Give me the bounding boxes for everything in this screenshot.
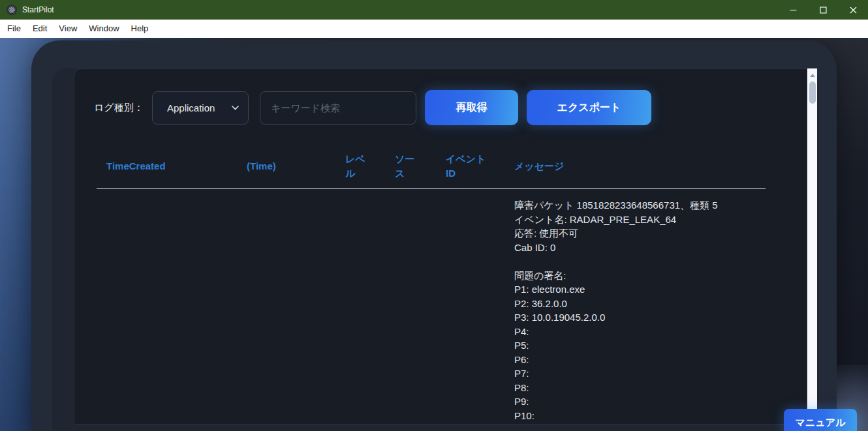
cell-time <box>237 198 339 423</box>
header-source: ソース <box>388 152 439 181</box>
minimize-icon[interactable] <box>778 0 808 20</box>
menu-file[interactable]: File <box>1 20 27 38</box>
menu-edit[interactable]: Edit <box>27 20 53 38</box>
menu-window[interactable]: Window <box>83 20 125 38</box>
header-message: メッセージ <box>511 159 766 173</box>
app-atom-icon <box>7 5 17 15</box>
menu-bar: File Edit View Window Help <box>0 20 868 38</box>
menu-help[interactable]: Help <box>125 20 155 38</box>
log-table: TimeCreated (Time) レベル ソース イベントID メッセージ … <box>97 147 766 423</box>
cell-message: 障害パケット 1851828233648566731、種類 5 イベント名: R… <box>511 198 766 423</box>
scrollbar-thumb[interactable] <box>809 82 816 104</box>
cell-level <box>339 198 388 423</box>
export-button[interactable]: エクスポート <box>527 90 651 125</box>
menu-view[interactable]: View <box>53 20 83 38</box>
keyword-search-input[interactable] <box>260 91 416 125</box>
window-controls <box>778 0 868 20</box>
log-type-label: ログ種別： <box>94 102 144 114</box>
log-viewer-panel: ログ種別： Application 再取得 エクスポート TimeCreated… <box>74 68 807 424</box>
manual-button[interactable]: マニュアル <box>784 409 857 431</box>
log-type-selected-value: Application <box>167 102 232 113</box>
window-title: StartPilot <box>22 5 54 14</box>
cell-source <box>388 198 439 423</box>
header-event-id: イベントID <box>439 152 511 181</box>
scroll-up-icon[interactable] <box>810 74 815 77</box>
close-icon[interactable] <box>838 0 868 20</box>
cell-event-id <box>439 198 511 423</box>
table-row[interactable]: 障害パケット 1851828233648566731、種類 5 イベント名: R… <box>97 189 766 423</box>
cell-time-created <box>97 198 237 423</box>
refresh-button[interactable]: 再取得 <box>425 90 518 125</box>
header-level: レベル <box>339 152 388 181</box>
maximize-icon[interactable] <box>808 0 838 20</box>
vertical-scrollbar[interactable] <box>807 68 817 431</box>
table-header-row: TimeCreated (Time) レベル ソース イベントID メッセージ <box>97 147 766 185</box>
chevron-down-icon <box>232 106 239 110</box>
titlebar: StartPilot <box>0 0 868 20</box>
log-type-select[interactable]: Application <box>152 91 249 125</box>
header-time-created: TimeCreated <box>97 159 237 173</box>
header-time: (Time) <box>237 159 339 173</box>
